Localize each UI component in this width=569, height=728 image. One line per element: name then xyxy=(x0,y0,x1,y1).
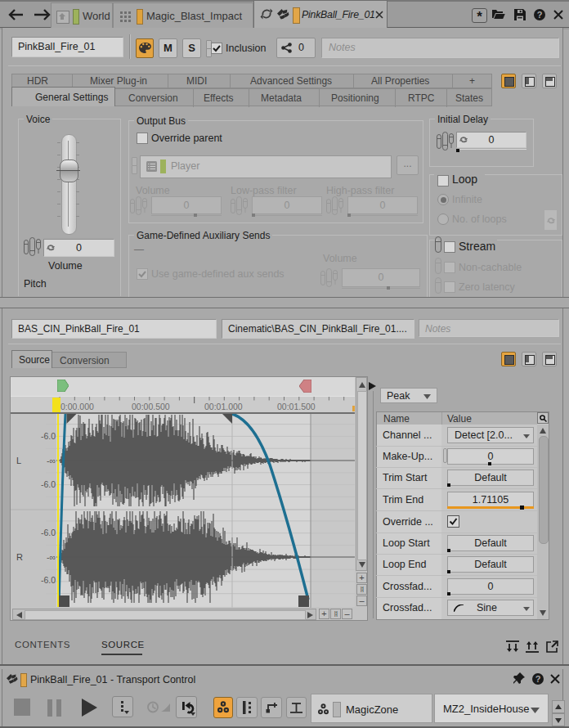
svg-text:?: ? xyxy=(535,674,541,684)
svg-text:?: ? xyxy=(537,10,543,20)
